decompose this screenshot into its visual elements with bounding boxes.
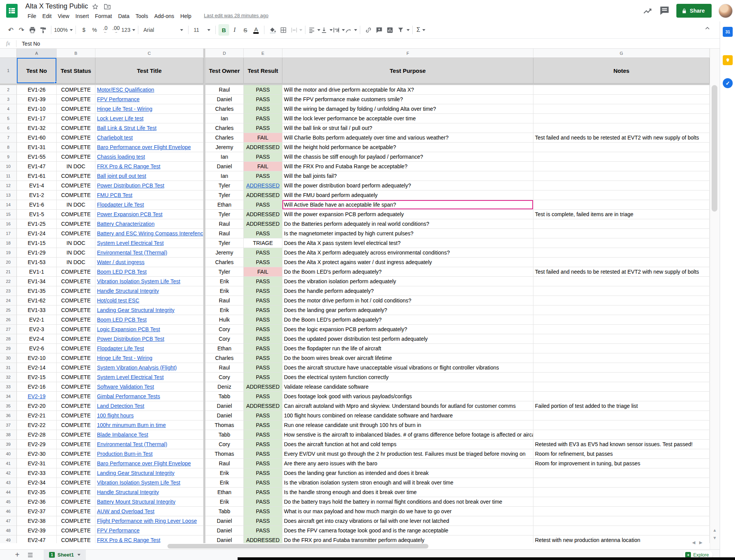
row-number[interactable]: 42 [0,468,17,478]
cell-test-title[interactable]: Battery and ESC Wiring Compass Interefen… [95,229,203,238]
cell-test-result[interactable]: PASS [244,411,282,420]
test-title-link[interactable]: Handle Structural Integrity [97,288,159,294]
cell-test-owner[interactable]: Raul [205,219,244,229]
cell-test-result[interactable]: PASS [244,488,282,497]
test-no-link[interactable]: EV2-19 [28,393,46,399]
cell-test-title[interactable]: Flopdapter Life Test [95,200,203,210]
cell-test-purpose[interactable]: Will the height hold performance be acet… [282,143,533,152]
cell-test-owner[interactable]: Cory [205,373,244,382]
cell-notes[interactable] [533,258,710,267]
cell-notes[interactable]: Retested with EV3 as EV5 had known senso… [533,440,710,449]
cell-test-status[interactable]: COMPLETE [57,507,95,516]
row-number[interactable]: 12 [0,181,17,190]
cell-test-owner[interactable]: Charles [205,123,244,133]
row-number[interactable]: 16 [0,219,17,229]
row-number[interactable]: 5 [0,114,17,123]
cell-test-purpose[interactable]: Does the aircraft function at hot and co… [282,440,533,449]
cell-notes[interactable] [533,238,710,248]
cell-test-no[interactable]: EV1-61 [17,171,57,181]
cell-test-purpose[interactable]: Will the power distribution board perfor… [282,181,533,190]
cell-test-no[interactable]: EV2-22 [17,420,57,430]
row-number[interactable]: 9 [0,152,17,162]
cell-test-status[interactable]: COMPLETE [57,305,95,315]
cell-test-owner[interactable]: Charles [205,258,244,267]
keep-icon[interactable] [723,55,733,65]
cell-notes[interactable] [533,219,710,229]
row-number[interactable]: 26 [0,315,17,325]
cell-test-result[interactable]: PASS [244,363,282,373]
cell-test-result[interactable]: PASS [244,305,282,315]
cell-notes[interactable] [533,286,710,296]
cell-test-title[interactable]: Environmental Test (Thermal) [95,440,203,449]
cell-notes[interactable] [533,200,710,210]
filter-button[interactable] [395,24,406,36]
cell-test-purpose[interactable]: Does footage look good with various payl… [282,392,533,401]
cell-test-no[interactable]: EV1-35 [17,286,57,296]
select-all-corner[interactable] [0,49,17,58]
cell-test-no[interactable]: EV2-3 [17,325,57,334]
cell-test-result[interactable]: PASS [244,430,282,440]
test-title-link[interactable]: Ball joint pull out test [97,173,146,179]
test-title-link[interactable]: Baro Performance over Flight Envelope [97,144,191,150]
header-cell-D1[interactable]: Test Owner [205,58,244,84]
cell-test-title[interactable]: Flopdapter Life Test [95,344,203,353]
cell-test-title[interactable]: System Vibration Analysis (Flight) [95,363,203,373]
cell-test-result[interactable]: PASS [244,296,282,305]
cell-test-title[interactable]: FPV Performance [95,95,203,104]
cell-test-no[interactable]: EV1-25 [17,219,57,229]
test-title-link[interactable]: Lock Lever Life test [97,115,143,122]
cell-notes[interactable] [533,114,710,123]
insert-link-button[interactable] [363,24,374,36]
cell-test-no[interactable]: EV2-36 [17,497,57,507]
cell-test-status[interactable]: COMPLETE [57,420,95,430]
test-title-link[interactable]: Gimbal Performance Tests [97,393,160,399]
cell-test-status[interactable]: IN DOC [57,238,95,248]
test-result-link[interactable]: ADDRESSED [246,182,279,189]
cell-test-owner[interactable]: Raul [205,296,244,305]
row-number[interactable]: 29 [0,344,17,353]
text-wrap-button[interactable] [333,24,345,36]
add-sheet-button[interactable]: + [11,550,24,560]
cell-test-owner[interactable]: Tabb [205,392,244,401]
cell-test-title[interactable]: Chassis loading test [95,152,203,162]
cell-test-owner[interactable]: Raul [205,85,244,95]
cell-test-title[interactable]: Hot/cold test ESC [95,296,203,305]
cell-test-no[interactable]: EV1-17 [17,114,57,123]
cell-notes[interactable] [533,420,710,430]
cell-test-owner[interactable]: Erik [205,277,244,286]
cell-test-result[interactable]: ADDRESSED [244,190,282,200]
vertical-scrollbar-thumb[interactable] [712,85,717,212]
cell-notes[interactable]: Room for refinement, but passes [533,449,710,459]
row-number[interactable]: 37 [0,420,17,430]
formula-bar-value[interactable]: Test No [22,41,40,47]
cell-test-purpose[interactable]: Will the ball joints fail? [282,171,533,181]
cell-notes[interactable] [533,305,710,315]
cell-test-purpose[interactable]: Will the lock lever performance be accep… [282,114,533,123]
row-number[interactable]: 4 [0,104,17,114]
cell-test-owner[interactable]: Jeremy [205,248,244,258]
cell-test-purpose[interactable]: Does the Alta X perform adequately acros… [282,248,533,258]
menu-add-ons[interactable]: Add-ons [151,13,177,19]
test-title-link[interactable]: Flopdapter Life Test [97,345,144,351]
account-avatar[interactable] [719,4,733,18]
cell-notes[interactable] [533,315,710,325]
cell-test-purpose[interactable]: 100 flight hours combined on release can… [282,411,533,420]
cell-test-result[interactable]: ADDRESSED [244,401,282,411]
cell-test-purpose[interactable]: Will the ball link or strut fail / pull … [282,123,533,133]
cell-notes[interactable] [533,392,710,401]
row-number[interactable]: 13 [0,190,17,200]
cell-test-result[interactable]: TRIAGE [244,238,282,248]
cell-test-purpose[interactable]: Does the FPV camera footage look good an… [282,526,533,535]
row-number[interactable]: 8 [0,143,17,152]
test-title-link[interactable]: Motor/ESC Qualification [97,87,154,93]
test-title-link[interactable]: Hot/cold test ESC [97,297,139,304]
cell-test-owner[interactable]: Raul [205,229,244,238]
cell-test-status[interactable]: COMPLETE [57,373,95,382]
row-number[interactable]: 20 [0,258,17,267]
cell-test-status[interactable]: COMPLETE [57,468,95,478]
tasks-icon[interactable]: ✓ [723,78,733,88]
cell-test-purpose[interactable]: Is the magnetometer impacted by high cur… [282,229,533,238]
cell-test-no[interactable]: EV1-39 [17,95,57,104]
header-cell-A1[interactable]: Test No [17,58,57,84]
cell-test-status[interactable]: COMPLETE [57,325,95,334]
